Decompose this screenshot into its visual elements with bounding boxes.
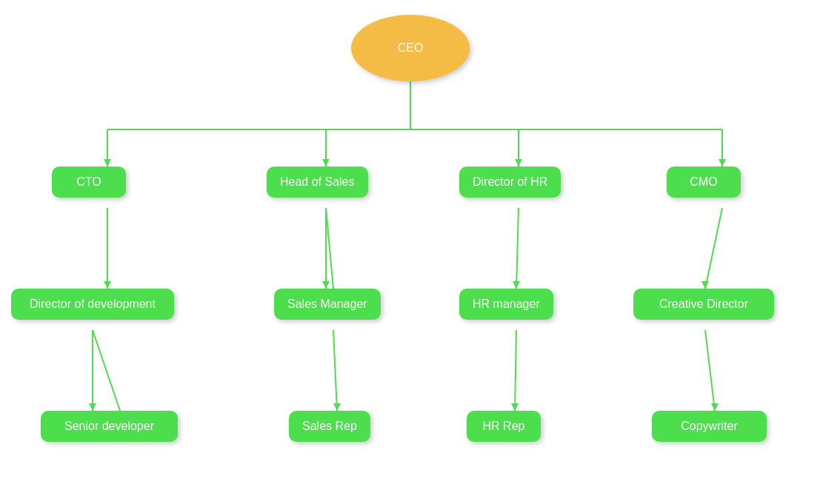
node-sales-manager: Sales Manager (274, 289, 381, 320)
node-hr-manager: HR manager (459, 289, 553, 320)
node-cmo-label: CMO (690, 175, 717, 189)
node-copywriter: Copywriter (652, 411, 767, 442)
node-creative-dir-label: Creative Director (659, 298, 748, 311)
svg-line-24 (515, 330, 516, 411)
svg-marker-25 (511, 403, 519, 411)
node-dir-dev: Director of development (11, 289, 174, 320)
svg-line-15 (516, 208, 519, 289)
node-sales-rep: Sales Rep (289, 411, 370, 442)
node-ceo: CEO (351, 15, 470, 81)
svg-marker-11 (104, 281, 111, 289)
node-ceo-label: CEO (398, 41, 424, 55)
svg-marker-8 (515, 159, 522, 167)
node-director-hr-label: Director of HR (473, 175, 547, 189)
svg-marker-21 (89, 403, 96, 411)
node-copywriter-label: Copywriter (681, 420, 737, 433)
node-hr-rep: HR Rep (467, 411, 541, 442)
svg-line-26 (705, 330, 715, 411)
node-creative-dir: Creative Director (633, 289, 774, 320)
node-cto-label: CTO (76, 175, 101, 189)
svg-line-17 (705, 208, 722, 289)
node-head-of-sales: Head of Sales (267, 167, 368, 198)
node-sales-rep-label: Sales Rep (302, 420, 357, 433)
svg-marker-27 (711, 403, 719, 411)
node-cmo: CMO (667, 167, 741, 198)
svg-line-22 (333, 330, 337, 411)
node-dir-dev-label: Director of development (30, 298, 156, 311)
node-director-hr: Director of HR (459, 167, 561, 198)
svg-marker-14 (322, 281, 330, 289)
svg-marker-6 (104, 159, 111, 167)
node-senior-dev-label: Senior developer (64, 420, 154, 433)
svg-marker-18 (701, 281, 709, 289)
svg-marker-9 (719, 159, 726, 167)
node-hr-rep-label: HR Rep (483, 420, 525, 433)
svg-line-19 (93, 330, 120, 411)
org-chart: CEO CTO Head of Sales Director of HR CMO… (0, 0, 820, 504)
svg-marker-16 (513, 281, 520, 289)
node-head-of-sales-label: Head of Sales (280, 175, 355, 189)
svg-line-12 (326, 208, 333, 289)
svg-marker-7 (322, 159, 330, 167)
node-sales-manager-label: Sales Manager (287, 298, 367, 311)
node-cto: CTO (52, 167, 126, 198)
node-hr-manager-label: HR manager (473, 298, 540, 311)
node-senior-dev: Senior developer (41, 411, 178, 442)
svg-marker-23 (333, 403, 341, 411)
